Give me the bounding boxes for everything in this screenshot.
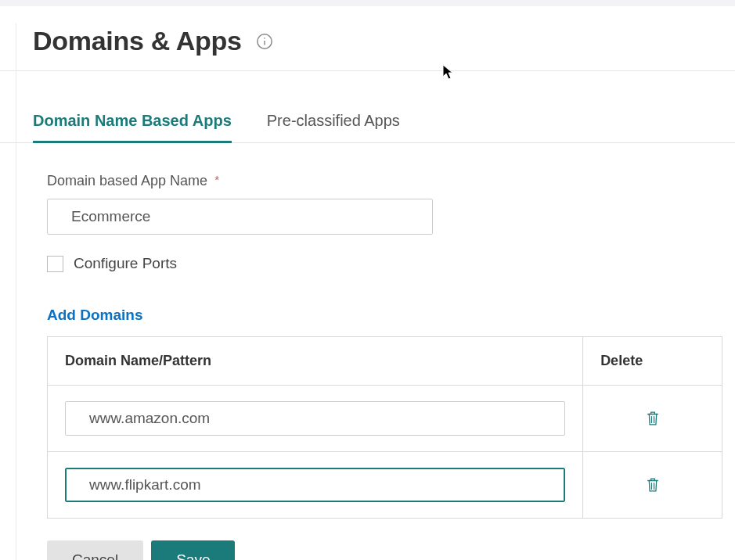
cancel-button[interactable]: Cancel [47,540,143,560]
save-button[interactable]: Save [151,540,235,560]
info-icon[interactable] [256,33,273,50]
domains-table: Domain Name/Pattern Delete [47,336,722,519]
col-delete-header: Delete [583,337,722,386]
app-name-label-text: Domain based App Name [47,173,207,188]
app-name-label: Domain based App Name * [47,173,219,189]
domain-cell [48,452,583,519]
table-header-row: Domain Name/Pattern Delete [48,337,722,386]
page-container: Domains & Apps Domain Name Based Apps Pr… [0,6,735,560]
configure-ports-label: Configure Ports [74,255,177,272]
table-row [48,452,722,519]
form: Domain based App Name * Configure Ports … [0,143,735,560]
top-strip [0,0,735,6]
delete-cell [583,386,722,452]
tab-domain-name-based[interactable]: Domain Name Based Apps [33,104,232,143]
domain-input[interactable] [65,468,565,502]
domain-input[interactable] [65,401,565,436]
configure-ports-row: Configure Ports [47,255,688,272]
delete-row-button[interactable] [642,473,664,497]
app-name-input[interactable] [47,199,433,235]
page-title: Domains & Apps [33,26,242,56]
app-name-field-group: Domain based App Name * [47,173,688,235]
svg-point-1 [264,38,265,39]
delete-row-button[interactable] [642,407,664,430]
page-header: Domains & Apps [0,6,735,71]
required-mark: * [214,173,219,186]
form-actions: Cancel Save [47,540,688,560]
tab-preclassified[interactable]: Pre-classified Apps [267,104,400,143]
domain-cell [48,386,583,452]
col-domain-header: Domain Name/Pattern [48,337,583,386]
configure-ports-checkbox[interactable] [47,256,63,272]
trash-icon [645,410,661,427]
trash-icon [645,476,661,494]
left-divider [16,23,16,560]
table-row [48,386,722,452]
add-domains-button[interactable]: Add Domains [47,307,142,324]
tabs: Domain Name Based Apps Pre-classified Ap… [0,104,735,143]
delete-cell [583,452,722,519]
